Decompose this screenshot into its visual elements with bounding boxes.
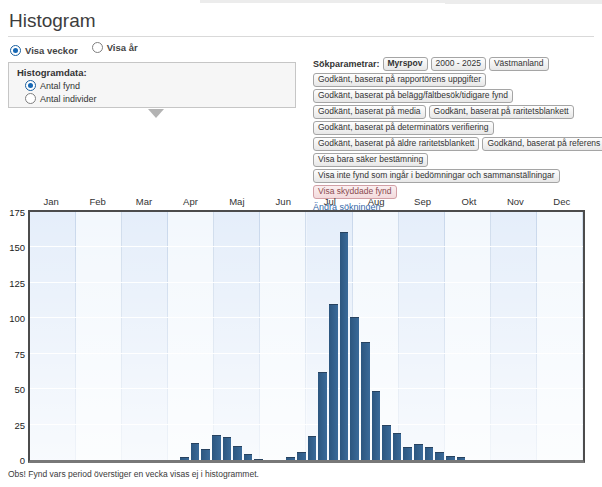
week-slot-40 [445, 212, 456, 460]
week-slot-46 [509, 212, 520, 460]
week-slot-25 [285, 212, 296, 460]
week-slot-9 [115, 212, 126, 460]
tag-filter: Godkänd, baserat på referens [482, 137, 602, 151]
tag-filter: Godkänt, baserat på raritetsblankett [429, 105, 574, 119]
tag-filter: Godkänt, baserat på äldre raritetsblanke… [313, 137, 479, 151]
page-title: Histogram [9, 10, 96, 32]
bars-container [30, 212, 583, 460]
week-slot-38 [424, 212, 435, 460]
month-label-feb: Feb [74, 196, 120, 207]
view-toggle-radio-group: Visa veckorVisa år [10, 42, 152, 56]
week-slot-16 [190, 212, 201, 460]
histogram-bar-week-41 [457, 457, 466, 460]
y-axis-tick-50: 50 [0, 384, 25, 395]
histogram-bar-week-27 [308, 436, 317, 460]
month-label-okt: Okt [446, 196, 492, 207]
week-slot-20 [232, 212, 243, 460]
week-slot-41 [456, 212, 467, 460]
week-slot-27 [307, 212, 318, 460]
histogram-bar-week-20 [233, 446, 242, 460]
month-label-jun: Jun [260, 196, 306, 207]
top-edge-segment [445, 0, 602, 4]
histogram-bar-week-34 [382, 425, 391, 460]
week-slot-35 [392, 212, 403, 460]
week-slot-29 [328, 212, 339, 460]
radio-circle-icon[interactable] [10, 45, 21, 56]
y-axis-tick-0: 0 [0, 455, 25, 466]
y-axis-tick-75: 75 [0, 349, 25, 360]
week-slot-28 [317, 212, 328, 460]
tag-filter: Godkänt, baserat på determinatörs verifi… [313, 121, 494, 135]
title-divider [8, 36, 594, 37]
histogram-bar-week-32 [361, 342, 370, 460]
y-axis-tick-100: 100 [0, 313, 25, 324]
month-label-sep: Sep [399, 196, 445, 207]
radio-circle-icon[interactable] [25, 80, 36, 91]
week-slot-33 [371, 212, 382, 460]
top-edge-strip [0, 0, 602, 5]
y-axis-tick-175: 175 [0, 207, 25, 218]
week-slot-13 [158, 212, 169, 460]
week-slot-17 [200, 212, 211, 460]
tag-filter: Visa bara säker bestämning [313, 153, 428, 167]
radio-circle-icon[interactable] [92, 42, 103, 53]
radio-label: Visa år [107, 42, 138, 53]
week-slot-14 [168, 212, 179, 460]
radio-antal-individer[interactable]: Antal individer [25, 93, 287, 104]
histogram-bar-week-15 [180, 457, 189, 460]
radio-visa-ar[interactable]: Visa år [92, 42, 138, 53]
week-slot-49 [541, 212, 552, 460]
histogram-bar-week-18 [212, 435, 221, 461]
month-label-aug: Aug [353, 196, 399, 207]
week-slot-51 [562, 212, 573, 460]
tag-year-range: 2000 - 2025 [431, 57, 486, 71]
week-slot-24 [275, 212, 286, 460]
month-label-apr: Apr [167, 196, 213, 207]
radio-label: Antal fynd [40, 81, 80, 91]
week-slot-22 [253, 212, 264, 460]
week-slot-7 [94, 212, 105, 460]
week-slot-21 [243, 212, 254, 460]
histogram-bar-week-31 [350, 317, 359, 460]
week-slot-10 [126, 212, 137, 460]
week-slot-8 [104, 212, 115, 460]
week-slot-4 [62, 212, 73, 460]
plot-area [28, 210, 585, 463]
tag-filter: Godkänt, baserat på rapportörens uppgift… [313, 73, 486, 87]
radio-antal-fynd[interactable]: Antal fynd [25, 80, 287, 91]
histogram-bar-week-22 [254, 459, 263, 460]
week-slot-19 [222, 212, 233, 460]
week-slot-39 [434, 212, 445, 460]
tag-filter: Godkänt, baserat på media [313, 105, 426, 119]
top-edge-segment [200, 0, 445, 3]
week-slot-2 [41, 212, 52, 460]
week-slot-15 [179, 212, 190, 460]
radio-visa-veckor[interactable]: Visa veckor [10, 45, 78, 56]
radio-label: Visa veckor [25, 45, 78, 56]
week-slot-50 [551, 212, 562, 460]
week-slot-18 [211, 212, 222, 460]
tag-filter: Visa inte fynd som ingår i bedömningar o… [313, 169, 560, 183]
tag-filter: Godkänt, baserat på belägg/fältbesök/tid… [313, 89, 513, 103]
radio-label: Antal individer [40, 94, 97, 104]
histogram-bar-week-39 [435, 452, 444, 461]
week-slot-12 [147, 212, 158, 460]
histogram-bar-week-38 [425, 447, 434, 460]
histogram-data-title: Histogramdata: [17, 67, 287, 78]
week-slot-52 [573, 212, 584, 460]
histogram-chart: JanFebMarAprMajJunJulAugSepOktNovDec 025… [0, 196, 602, 466]
week-slot-47 [519, 212, 530, 460]
histogram-data-radio-group: Antal fyndAntal individer [17, 80, 287, 104]
week-slot-3 [51, 212, 62, 460]
week-slot-48 [530, 212, 541, 460]
panel-pointer-arrow-icon [148, 109, 164, 118]
radio-circle-icon[interactable] [25, 93, 36, 104]
chart-footnote: Obs! Fynd vars period överstiger en veck… [8, 469, 259, 479]
y-axis-tick-25: 25 [0, 420, 25, 431]
week-slot-43 [477, 212, 488, 460]
histogram-bar-week-36 [403, 447, 412, 460]
tag-province: Västmanland [489, 57, 549, 71]
histogram-data-panel: Histogramdata: Antal fyndAntal individer [8, 62, 296, 108]
week-slot-31 [349, 212, 360, 460]
histogram-bar-week-21 [244, 454, 253, 460]
